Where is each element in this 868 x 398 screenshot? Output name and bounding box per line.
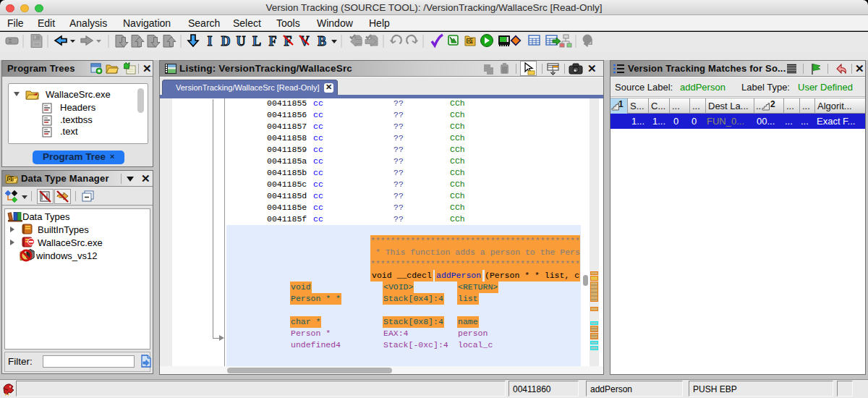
svg-text:L: L (252, 34, 261, 48)
svg-text:U: U (237, 34, 246, 48)
svg-text:DT: DT (467, 38, 474, 43)
svg-text:DT: DT (8, 177, 14, 182)
svg-text:D: D (221, 34, 231, 48)
svg-text:I: I (207, 34, 212, 48)
svg-text:F: F (269, 34, 277, 48)
svg-text:B: B (318, 34, 326, 48)
